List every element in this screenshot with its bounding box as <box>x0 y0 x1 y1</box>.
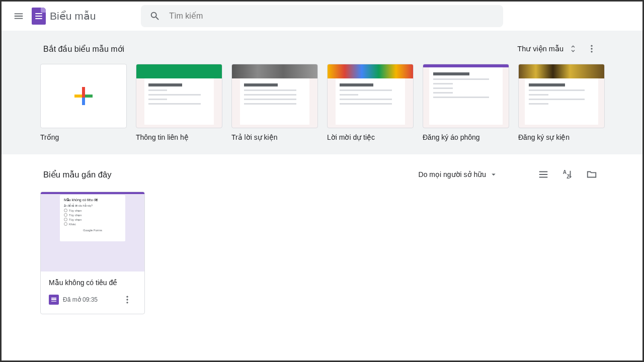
doc-name: Mẫu không có tiêu đề <box>49 279 136 287</box>
svg-point-2 <box>591 51 592 52</box>
template-tshirt-signup[interactable]: Đăng ký áo phông <box>423 64 509 141</box>
template-rsvp[interactable]: Trả lời sự kiện <box>231 64 318 141</box>
template-event-registration[interactable]: Đăng ký sự kiện <box>518 64 605 141</box>
svg-point-1 <box>591 48 592 49</box>
svg-point-0 <box>591 45 592 47</box>
recent-section: Biểu mẫu gần đây Do mọi người sở hữu AZ <box>2 154 642 325</box>
main-menu-button[interactable] <box>8 5 30 27</box>
template-contact-info[interactable]: Thông tin liên hệ <box>136 64 222 141</box>
list-icon <box>538 169 549 180</box>
search-bar[interactable] <box>141 5 503 27</box>
forms-logo-icon <box>32 8 46 25</box>
sort-az-icon: AZ <box>562 169 573 180</box>
folder-icon <box>586 169 597 180</box>
template-label: Đăng ký áo phông <box>423 133 509 141</box>
template-label: Trống <box>40 133 127 141</box>
sort-button[interactable]: AZ <box>558 165 577 184</box>
templates-title: Bắt đầu biểu mẫu mới <box>43 44 124 54</box>
template-gallery-button[interactable]: Thư viện mẫu <box>517 45 564 53</box>
svg-point-5 <box>126 296 128 298</box>
templates-section: Bắt đầu biểu mẫu mới Thư viện mẫu Trống … <box>2 31 642 154</box>
list-view-button[interactable] <box>534 165 552 184</box>
app-logo[interactable]: Biểu mẫu <box>32 8 96 25</box>
more-vert-icon <box>122 295 132 305</box>
search-input[interactable] <box>165 12 499 21</box>
forms-file-icon <box>49 295 59 305</box>
app-title: Biểu mẫu <box>50 10 96 22</box>
owner-filter-dropdown[interactable]: Do mọi người sở hữu <box>419 170 498 179</box>
owner-filter-label: Do mọi người sở hữu <box>419 170 486 178</box>
unfold-icon[interactable] <box>569 44 578 53</box>
template-label: Lời mời dự tiệc <box>327 133 414 141</box>
recent-title: Biểu mẫu gần đây <box>43 170 111 179</box>
doc-thumbnail: Mẫu không có tiêu đề Ấn để trả lời câu h… <box>41 192 144 272</box>
file-picker-button[interactable] <box>583 165 601 184</box>
search-icon <box>145 11 165 22</box>
svg-point-7 <box>126 302 128 303</box>
templates-more-button[interactable] <box>583 40 601 58</box>
svg-text:Z: Z <box>567 174 570 179</box>
dropdown-icon <box>489 170 498 179</box>
app-header: Biểu mẫu <box>2 2 642 31</box>
recent-form-card[interactable]: Mẫu không có tiêu đề Ấn để trả lời câu h… <box>40 192 145 314</box>
more-vert-icon <box>587 44 597 54</box>
template-row: Trống Thông tin liên hệ Trả lời sự kiện … <box>40 64 604 141</box>
template-party-invite[interactable]: Lời mời dự tiệc <box>327 64 414 141</box>
template-label: Thông tin liên hệ <box>136 133 222 141</box>
template-blank[interactable]: Trống <box>40 64 127 141</box>
doc-opened-time: Đã mở 09:35 <box>63 296 114 303</box>
template-label: Trả lời sự kiện <box>231 133 318 141</box>
template-label: Đăng ký sự kiện <box>518 133 605 141</box>
svg-point-6 <box>126 299 128 300</box>
doc-more-button[interactable] <box>118 291 136 309</box>
plus-icon <box>70 82 97 110</box>
menu-icon <box>13 11 24 22</box>
